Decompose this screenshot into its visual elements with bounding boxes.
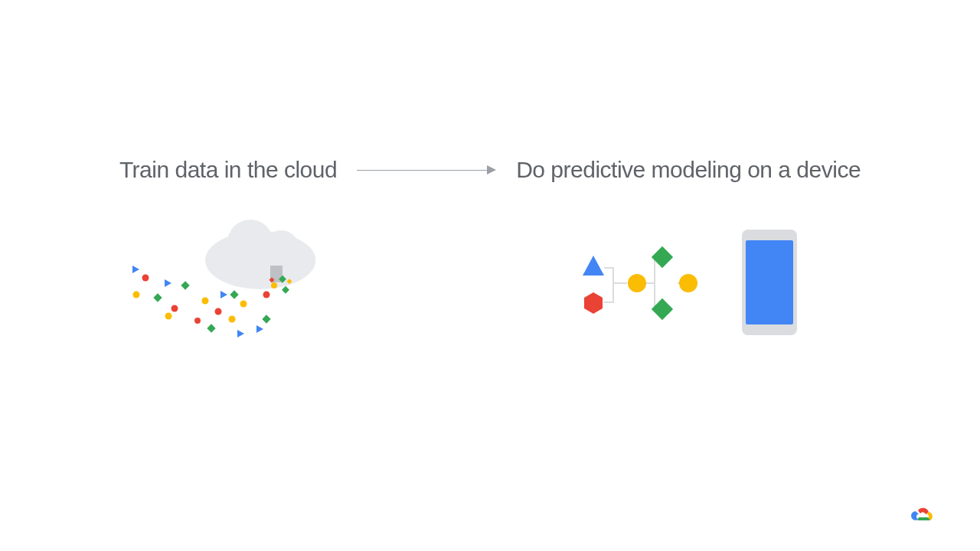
svg-point-13 xyxy=(202,298,209,305)
svg-point-11 xyxy=(133,292,140,298)
ml-shapes-icon xyxy=(578,230,701,321)
svg-point-19 xyxy=(215,308,222,315)
svg-point-15 xyxy=(229,316,236,323)
heading-train-cloud: Train data in the cloud xyxy=(119,157,337,183)
heading-predict-device: Do predictive modeling on a device xyxy=(516,157,861,183)
svg-point-20 xyxy=(263,292,270,298)
svg-point-33 xyxy=(628,274,646,292)
svg-rect-25 xyxy=(207,324,215,332)
svg-marker-10 xyxy=(220,291,227,298)
svg-rect-24 xyxy=(230,290,238,298)
heading-row: Train data in the cloud Do predictive mo… xyxy=(0,157,980,183)
svg-point-4 xyxy=(282,243,315,277)
svg-point-14 xyxy=(240,301,247,308)
phone-icon xyxy=(742,230,797,335)
google-cloud-logo-icon xyxy=(910,505,936,527)
svg-point-36 xyxy=(679,274,697,292)
svg-marker-9 xyxy=(165,279,172,287)
svg-point-17 xyxy=(142,275,149,282)
svg-marker-6 xyxy=(132,266,139,273)
svg-rect-28 xyxy=(282,286,289,294)
cloud-training-graphic xyxy=(122,218,337,348)
cloud-confetti-icon xyxy=(122,218,337,348)
svg-point-12 xyxy=(165,313,172,320)
arrow-icon xyxy=(357,165,496,174)
svg-marker-31 xyxy=(583,256,604,276)
svg-point-18 xyxy=(172,305,178,312)
svg-rect-26 xyxy=(262,315,270,323)
svg-marker-32 xyxy=(584,292,603,314)
svg-marker-7 xyxy=(237,330,244,337)
svg-rect-23 xyxy=(153,293,162,302)
device-inference-graphic xyxy=(578,230,808,344)
svg-point-21 xyxy=(194,318,201,324)
svg-marker-8 xyxy=(256,325,263,333)
svg-rect-22 xyxy=(181,281,189,289)
svg-point-16 xyxy=(271,282,277,289)
